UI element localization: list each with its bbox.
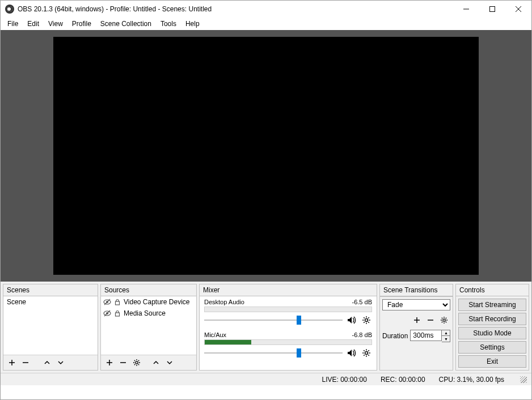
svg-rect-10 xyxy=(116,301,120,305)
close-button[interactable] xyxy=(505,1,531,18)
menu-file[interactable]: File xyxy=(3,19,23,29)
svg-line-46 xyxy=(368,350,369,351)
svg-line-57 xyxy=(442,322,442,322)
svg-line-55 xyxy=(442,318,442,318)
scenes-header: Scenes xyxy=(3,284,98,296)
scene-down-button[interactable] xyxy=(54,356,67,369)
svg-line-56 xyxy=(446,322,446,322)
menubar: File Edit View Profile Scene Collection … xyxy=(1,18,531,30)
source-up-button[interactable] xyxy=(150,356,162,369)
svg-point-50 xyxy=(443,319,445,321)
studio-mode-button[interactable]: Studio Mode xyxy=(458,327,526,339)
mixer-meter-fill xyxy=(205,340,251,344)
menu-profile[interactable]: Profile xyxy=(67,19,96,29)
menu-help[interactable]: Help xyxy=(181,19,204,29)
mixer-mute-button[interactable] xyxy=(346,314,357,326)
scene-remove-button[interactable] xyxy=(19,356,32,369)
duration-up-button[interactable]: ▲ xyxy=(442,330,450,336)
start-streaming-button[interactable]: Start Streaming xyxy=(458,299,526,311)
visibility-icon[interactable] xyxy=(103,298,111,306)
mixer-meter xyxy=(204,339,372,345)
menu-tools[interactable]: Tools xyxy=(156,19,181,29)
window-title: OBS 20.1.3 (64bit, windows) - Profile: U… xyxy=(18,5,453,13)
svg-rect-1 xyxy=(490,7,495,12)
scenes-panel: Scenes Scene xyxy=(3,284,98,371)
minimize-button[interactable] xyxy=(453,1,479,18)
svg-line-43 xyxy=(364,350,365,351)
mixer-volume-slider[interactable] xyxy=(204,316,343,325)
svg-line-35 xyxy=(364,322,365,323)
mixer-channel-name: Mic/Aux xyxy=(204,331,226,338)
mixer-volume-slider[interactable] xyxy=(204,348,343,358)
sources-header: Sources xyxy=(101,284,196,296)
preview-canvas[interactable] xyxy=(53,37,479,275)
scene-item[interactable]: Scene xyxy=(3,296,98,308)
menu-view[interactable]: View xyxy=(44,19,67,29)
mixer-body: Desktop Audio -6.5 dB Mic/Aux xyxy=(200,296,377,370)
status-rec: REC: 00:00:00 xyxy=(381,376,425,384)
preview-area xyxy=(1,30,531,282)
svg-line-34 xyxy=(368,322,369,323)
source-label: Media Source xyxy=(124,309,166,317)
source-down-button[interactable] xyxy=(163,356,176,369)
menu-edit[interactable]: Edit xyxy=(23,19,44,29)
transition-add-button[interactable] xyxy=(411,314,423,326)
lock-icon[interactable] xyxy=(113,298,121,306)
source-remove-button[interactable] xyxy=(117,356,129,369)
scene-up-button[interactable] xyxy=(41,356,53,369)
duration-spinner[interactable]: ▲ ▼ xyxy=(410,330,450,342)
status-cpu: CPU: 3.1%, 30.00 fps xyxy=(439,376,504,384)
lock-icon[interactable] xyxy=(113,309,121,317)
svg-line-25 xyxy=(134,364,135,365)
mixer-channel-db: -6.8 dB xyxy=(352,331,372,338)
source-settings-button[interactable] xyxy=(130,356,143,369)
resize-grip[interactable] xyxy=(520,376,527,383)
mixer-settings-button[interactable] xyxy=(361,347,372,359)
duration-label: Duration xyxy=(382,332,408,340)
svg-point-28 xyxy=(365,318,368,321)
sources-toolbar xyxy=(101,355,196,370)
svg-line-58 xyxy=(446,318,446,318)
transitions-body: Fade Duration ▲ ▼ xyxy=(380,296,453,344)
scene-add-button[interactable] xyxy=(6,356,18,369)
exit-button[interactable]: Exit xyxy=(458,355,526,368)
svg-line-33 xyxy=(364,317,365,318)
svg-line-23 xyxy=(134,360,135,361)
app-icon xyxy=(5,5,14,14)
svg-point-18 xyxy=(136,361,138,364)
scenes-list[interactable]: Scene xyxy=(3,296,98,355)
duration-input[interactable] xyxy=(410,330,442,341)
sources-list[interactable]: Video Capture Device Media Source xyxy=(101,296,196,355)
mixer-meter xyxy=(204,307,372,312)
window-buttons xyxy=(453,1,531,18)
transition-select[interactable]: Fade xyxy=(382,299,450,310)
settings-button[interactable]: Settings xyxy=(458,341,526,354)
maximize-button[interactable] xyxy=(479,1,505,18)
controls-header: Controls xyxy=(456,284,529,296)
mixer-settings-button[interactable] xyxy=(361,314,372,326)
svg-marker-27 xyxy=(348,317,352,324)
mixer-mute-button[interactable] xyxy=(346,347,357,359)
svg-line-44 xyxy=(368,355,369,356)
source-add-button[interactable] xyxy=(103,356,116,369)
sources-panel: Sources Video Capture Device Media Sourc… xyxy=(100,284,197,371)
svg-marker-37 xyxy=(348,350,352,356)
source-label: Video Capture Device xyxy=(124,298,190,306)
duration-down-button[interactable]: ▼ xyxy=(442,336,450,342)
start-recording-button[interactable]: Start Recording xyxy=(458,313,526,325)
controls-panel: Controls Start Streaming Start Recording… xyxy=(455,284,529,371)
source-item[interactable]: Media Source xyxy=(101,308,196,319)
scenes-toolbar xyxy=(3,355,98,370)
mixer-header: Mixer xyxy=(200,284,377,296)
transition-settings-button[interactable] xyxy=(438,314,450,326)
mixer-channel: Desktop Audio -6.5 dB xyxy=(200,296,377,329)
mixer-channel: Mic/Aux -6.8 dB xyxy=(200,329,377,362)
mixer-panel: Mixer Desktop Audio -6.5 dB xyxy=(199,284,377,371)
svg-line-36 xyxy=(368,317,369,318)
menu-scene-collection[interactable]: Scene Collection xyxy=(96,19,156,29)
svg-point-38 xyxy=(365,351,368,354)
source-item[interactable]: Video Capture Device xyxy=(101,296,196,308)
transition-remove-button[interactable] xyxy=(424,314,437,326)
svg-line-26 xyxy=(138,360,139,361)
visibility-icon[interactable] xyxy=(103,309,111,317)
